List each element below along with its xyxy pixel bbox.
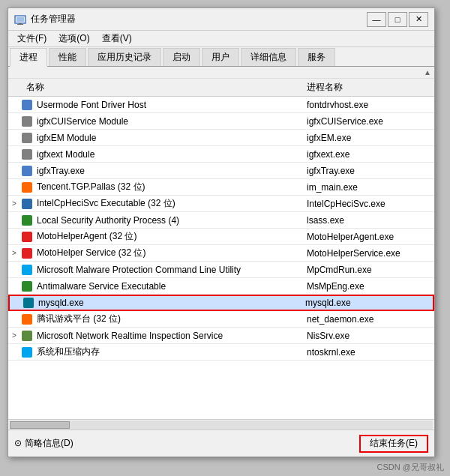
watermark: CSDN @兄哥叔礼	[377, 462, 444, 473]
row-process: im_main.exe	[304, 182, 424, 193]
row-name: MotoHelper Service (32 位)	[37, 247, 304, 259]
h-scroll-thumb[interactable]	[10, 421, 70, 429]
table-area: ▲ 名称 进程名称 Usermode Font Driver Host font…	[8, 67, 434, 430]
table-row[interactable]: Antimalware Service Executable MsMpEng.e…	[8, 278, 434, 295]
row-name: igfxext Module	[37, 149, 304, 160]
tab-details[interactable]: 详细信息	[241, 48, 296, 66]
row-icon	[20, 280, 34, 292]
svg-rect-3	[17, 24, 23, 25]
row-icon	[20, 198, 34, 210]
row-icon	[20, 330, 34, 342]
table-row[interactable]: igfxext Module igfxext.exe	[8, 146, 434, 163]
menu-view[interactable]: 查看(V)	[96, 31, 138, 46]
row-icon	[20, 346, 34, 358]
tab-users[interactable]: 用户	[202, 48, 239, 66]
row-name: Tencent.TGP.Pallas (32 位)	[37, 181, 304, 193]
row-process: MpCmdRun.exe	[304, 265, 424, 275]
row-process: lsass.exe	[304, 215, 424, 226]
row-process: mysqld.exe	[302, 298, 422, 308]
row-process: NisSrv.exe	[304, 331, 424, 341]
row-name: Usermode Font Driver Host	[37, 100, 304, 110]
h-scrollbar[interactable]	[8, 419, 434, 430]
row-name: igfxEM Module	[37, 133, 304, 143]
title-bar: 任务管理器 — □ ✕	[8, 8, 434, 31]
table-row[interactable]: mysqld.exe mysqld.exe	[8, 295, 434, 311]
row-icon	[20, 132, 34, 144]
table-body: Usermode Font Driver Host fontdrvhost.ex…	[8, 97, 434, 419]
row-icon	[20, 181, 34, 193]
row-name: Microsoft Malware Protection Command Lin…	[37, 265, 304, 275]
summary-button[interactable]: ⊙简略信息(D)	[14, 437, 74, 450]
tab-bar: 进程 性能 应用历史记录 启动 用户 详细信息 服务	[8, 47, 434, 67]
tab-performance[interactable]: 性能	[49, 48, 86, 66]
row-icon	[20, 214, 34, 226]
row-expand: >	[8, 249, 20, 257]
table-row[interactable]: MotoHelperAgent (32 位) MotoHelperAgent.e…	[8, 229, 434, 245]
row-process: igfxEM.exe	[304, 133, 424, 143]
row-process: IntelCpHeciSvc.exe	[304, 199, 424, 209]
menu-bar: 文件(F) 选项(O) 查看(V)	[8, 31, 434, 47]
end-task-button[interactable]: 结束任务(E)	[359, 435, 428, 453]
table-row[interactable]: > IntelCpHeciSvc Executable (32 位) Intel…	[8, 196, 434, 212]
row-name: mysqld.exe	[38, 298, 302, 308]
tab-services[interactable]: 服务	[298, 48, 335, 66]
row-icon	[20, 115, 34, 127]
table-row[interactable]: Tencent.TGP.Pallas (32 位) im_main.exe	[8, 179, 434, 196]
row-process: ntoskrnl.exe	[304, 347, 424, 358]
row-name: igfxCUIService Module	[37, 116, 304, 127]
table-row[interactable]: igfxTray.exe igfxTray.exe	[8, 163, 434, 179]
menu-options[interactable]: 选项(O)	[52, 31, 95, 46]
close-button[interactable]: ✕	[409, 12, 428, 27]
table-row[interactable]: Local Security Authority Process (4) lsa…	[8, 212, 434, 229]
col-process-header[interactable]: 进程名称	[304, 81, 424, 94]
row-icon	[20, 165, 34, 177]
row-name: Antimalware Service Executable	[37, 281, 304, 292]
table-row[interactable]: 系统和压缩内存 ntoskrnl.exe	[8, 344, 434, 361]
tab-process[interactable]: 进程	[10, 48, 47, 67]
col-name-header[interactable]: 名称	[20, 81, 304, 94]
row-process: MotoHelperService.exe	[304, 248, 424, 259]
row-process: MsMpEng.exe	[304, 281, 424, 292]
row-name: MotoHelperAgent (32 位)	[37, 230, 304, 243]
row-icon	[20, 231, 34, 243]
row-name: 腾讯游戏平台 (32 位)	[37, 313, 304, 325]
row-process: fontdrvhost.exe	[304, 100, 424, 110]
svg-rect-2	[19, 23, 22, 24]
table-row[interactable]: > MotoHelper Service (32 位) MotoHelperSe…	[8, 245, 434, 262]
table-row[interactable]: > Microsoft Network Realtime Inspection …	[8, 328, 434, 344]
row-name: igfxTray.exe	[37, 166, 304, 176]
row-icon	[20, 148, 34, 160]
svg-rect-1	[16, 17, 24, 22]
row-icon	[20, 99, 34, 111]
table-row[interactable]: Usermode Font Driver Host fontdrvhost.ex…	[8, 97, 434, 113]
row-process: igfxTray.exe	[304, 166, 424, 176]
menu-file[interactable]: 文件(F)	[11, 31, 52, 46]
row-process: igfxCUIService.exe	[304, 116, 424, 127]
table-row[interactable]: 腾讯游戏平台 (32 位) net_daemon.exe	[8, 311, 434, 328]
row-icon	[22, 297, 35, 309]
scroll-top-indicator: ▲	[8, 67, 434, 79]
restore-button[interactable]: □	[388, 12, 407, 27]
table-row[interactable]: Microsoft Malware Protection Command Lin…	[8, 262, 434, 278]
tab-app-history[interactable]: 应用历史记录	[88, 48, 161, 66]
row-process: MotoHelperAgent.exe	[304, 232, 424, 242]
bottom-bar: ⊙简略信息(D) 结束任务(E)	[8, 430, 434, 457]
row-icon	[20, 264, 34, 276]
table-row[interactable]: igfxEM Module igfxEM.exe	[8, 130, 434, 146]
row-expand: >	[8, 331, 20, 340]
minimize-button[interactable]: —	[367, 12, 386, 27]
table-row[interactable]: igfxCUIService Module igfxCUIService.exe	[8, 113, 434, 130]
task-manager-window: 任务管理器 — □ ✕ 文件(F) 选项(O) 查看(V) 进程 性能 应用历史…	[8, 7, 435, 457]
row-name: Local Security Authority Process (4)	[37, 215, 304, 226]
row-process: net_daemon.exe	[304, 314, 424, 325]
tab-startup[interactable]: 启动	[163, 48, 200, 66]
table-header: 名称 进程名称	[8, 79, 434, 97]
row-name: Microsoft Network Realtime Inspection Se…	[37, 331, 304, 341]
row-icon	[20, 313, 34, 325]
expand-icon: ⊙	[14, 438, 22, 448]
row-name: IntelCpHeciSvc Executable (32 位)	[37, 197, 304, 210]
title-bar-icon	[14, 13, 26, 25]
row-expand: >	[8, 199, 20, 208]
row-name: 系统和压缩内存	[37, 346, 304, 358]
row-process: igfxext.exe	[304, 149, 424, 160]
